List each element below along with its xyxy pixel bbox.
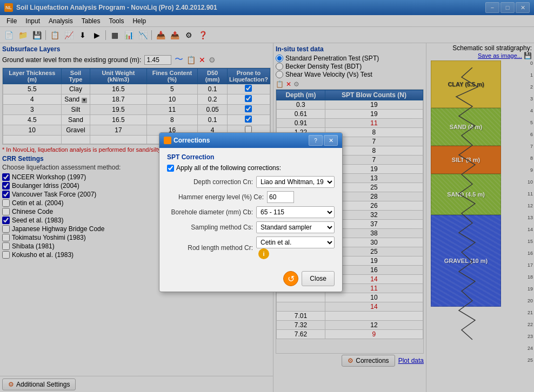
corrections-modal: Corrections ? ✕ SPT Correction Apply all…: [159, 132, 343, 292]
correction-input-1[interactable]: [267, 191, 294, 203]
correction-control: 65 - 115115 - 150> 150: [256, 206, 335, 218]
correction-select-2[interactable]: 65 - 115115 - 150> 150: [256, 206, 335, 218]
modal-close-btn[interactable]: ✕: [324, 135, 338, 146]
correction-control: Cetin et al.Seed et al. 1985i: [256, 236, 335, 259]
correction-field-row: Hammer energy level (%) Ce:: [167, 191, 335, 203]
modal-orange-btn[interactable]: ↺: [283, 271, 298, 286]
modal-icon: [164, 137, 171, 144]
correction-label: Rod length method Cr:: [167, 244, 256, 252]
modal-close-button[interactable]: Close: [302, 271, 335, 286]
apply-corrections-row: Apply all of the following corrections:: [167, 164, 335, 172]
correction-field-row: Depth correction Cn:Liao and Whitman, 19…: [167, 176, 335, 188]
correction-select-4[interactable]: Cetin et al.Seed et al. 1985: [256, 236, 335, 248]
correction-field-row: Rod length method Cr:Cetin et al.Seed et…: [167, 236, 335, 259]
info-icon[interactable]: i: [258, 248, 269, 259]
modal-footer: ↺ Close: [159, 268, 342, 292]
correction-label: Sampling method Cs:: [167, 224, 256, 231]
apply-corrections-checkbox[interactable]: [167, 165, 174, 172]
modal-body: SPT Correction Apply all of the followin…: [159, 148, 342, 268]
apply-corrections-label: Apply all of the following corrections:: [176, 164, 281, 172]
corrections-form: Depth correction Cn:Liao and Whitman, 19…: [167, 176, 335, 259]
correction-control: Liao and Whitman, 1986Kayen et al., 1992…: [256, 176, 335, 188]
correction-label: Depth correction Cn:: [167, 178, 256, 186]
correction-control: [267, 191, 335, 203]
correction-field-row: Sampling method Cs:Standard samplerSampl…: [167, 221, 335, 233]
correction-control: Standard samplerSampler without liners: [256, 221, 335, 233]
correction-label: Hammer energy level (%) Ce:: [167, 193, 267, 201]
correction-field-row: Borehole diameter (mm) Cb:65 - 115115 - …: [167, 206, 335, 218]
correction-select-0[interactable]: Liao and Whitman, 1986Kayen et al., 1992…: [256, 176, 335, 188]
modal-controls: ? ✕: [309, 135, 338, 146]
modal-section-title: SPT Correction: [167, 153, 335, 161]
modal-title: Corrections: [173, 137, 210, 144]
correction-label: Borehole diameter (mm) Cb:: [167, 208, 256, 216]
modal-overlay: Corrections ? ✕ SPT Correction Apply all…: [0, 0, 534, 392]
modal-help-btn[interactable]: ?: [309, 135, 323, 146]
correction-select-3[interactable]: Standard samplerSampler without liners: [256, 221, 335, 233]
modal-titlebar: Corrections ? ✕: [159, 133, 342, 148]
